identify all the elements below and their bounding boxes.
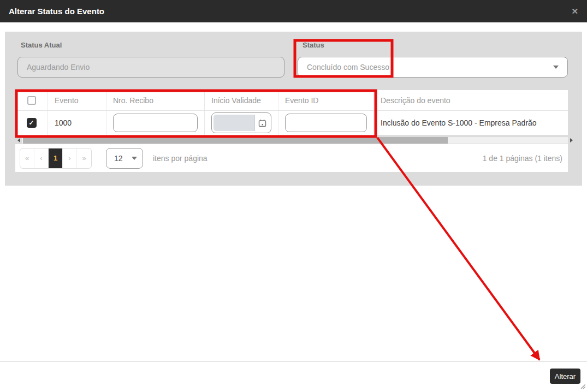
table-row: ✓ 1000: [15, 111, 568, 135]
calendar-icon[interactable]: [255, 119, 269, 127]
status-atual-value: Aguardando Envio: [27, 63, 90, 72]
modal-title: Alterar Status do Evento: [9, 7, 104, 16]
modal-header: Alterar Status do Evento ✕: [0, 0, 587, 22]
col-header-evento-id: Evento ID: [278, 90, 374, 110]
form-panel: Status Atual Aguardando Envio Status Con…: [5, 32, 582, 186]
select-all-checkbox[interactable]: [27, 96, 36, 105]
row-evento: 1000: [48, 111, 106, 135]
events-table: Evento Nro. Recibo Início Validade Event…: [15, 90, 568, 135]
alterar-button[interactable]: Alterar: [550, 369, 580, 384]
prev-page-button[interactable]: ‹: [34, 149, 49, 168]
status-atual-input: Aguardando Envio: [17, 57, 284, 78]
scroll-right-icon[interactable]: [568, 136, 574, 144]
header-checkbox-cell: [15, 90, 48, 110]
current-page-button[interactable]: 1: [49, 149, 63, 168]
col-header-descricao: Descrição do evento: [374, 90, 568, 110]
row-evento-id-cell: [278, 111, 374, 135]
check-icon: ✓: [28, 119, 34, 127]
row-checkbox-cell: ✓: [15, 111, 48, 135]
status-atual-label: Status Atual: [21, 41, 62, 49]
scrollbar-track[interactable]: [22, 137, 568, 144]
footer-divider: [0, 361, 587, 361]
table-header-row: Evento Nro. Recibo Início Validade Event…: [15, 90, 568, 111]
status-dropdown-value: Concluído com Sucesso: [307, 63, 389, 72]
row-checkbox[interactable]: ✓: [27, 118, 37, 128]
chevron-down-icon: [132, 157, 137, 160]
horizontal-scrollbar[interactable]: [15, 136, 574, 144]
resize-grip-icon[interactable]: [580, 381, 585, 391]
col-header-inicio-validade: Início Validade: [205, 90, 278, 110]
page-size-value: 12: [114, 154, 123, 163]
evento-id-input[interactable]: [285, 114, 367, 132]
status-dropdown[interactable]: Concluído com Sucesso: [298, 57, 568, 78]
pagination-bar: « ‹ 1 › » 12 itens por página 1 de 1 pág…: [15, 144, 568, 172]
first-page-button[interactable]: «: [20, 149, 34, 168]
pagination-summary: 1 de 1 páginas (1 itens): [483, 154, 562, 163]
nro-recibo-input[interactable]: [113, 114, 198, 132]
row-descricao: Inclusão do Evento S-1000 - Empresa Padr…: [374, 111, 568, 135]
col-header-evento: Evento: [48, 90, 106, 110]
col-header-nro-recibo: Nro. Recibo: [106, 90, 205, 110]
scroll-left-icon[interactable]: [15, 136, 22, 144]
status-label: Status: [303, 41, 324, 49]
row-inicio-validade-cell: [205, 111, 278, 135]
change-event-status-modal: { "modal": { "title": "Alterar Status do…: [0, 0, 587, 392]
inicio-validade-input[interactable]: [211, 112, 271, 133]
scrollbar-thumb[interactable]: [23, 137, 448, 144]
items-per-page-label: itens por página: [153, 154, 207, 163]
page-size-dropdown[interactable]: 12: [106, 148, 143, 169]
row-nro-recibo-cell: [106, 111, 205, 135]
chevron-down-icon: [553, 66, 559, 69]
pager-group: « ‹ 1 › »: [20, 148, 92, 169]
next-page-button[interactable]: ›: [63, 149, 77, 168]
date-value-area: [214, 115, 255, 131]
close-icon[interactable]: ✕: [571, 7, 578, 15]
last-page-button[interactable]: »: [77, 149, 91, 168]
